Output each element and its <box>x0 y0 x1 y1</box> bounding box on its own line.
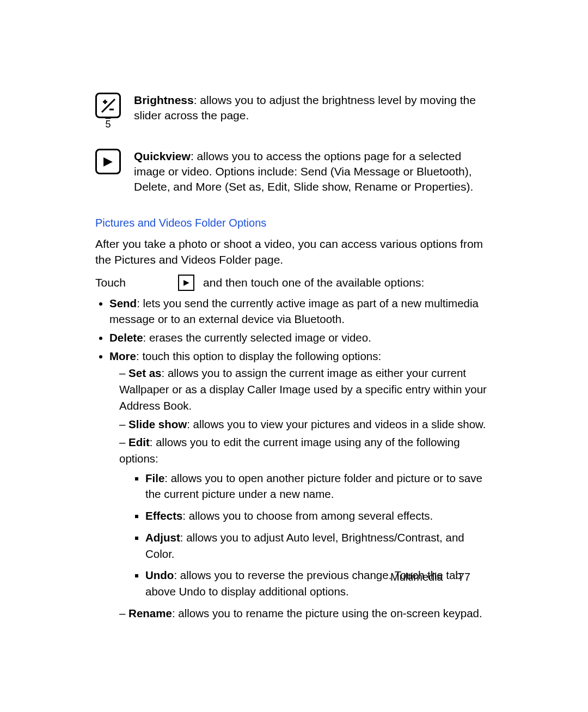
edit-term: Edit <box>128 436 150 448</box>
effects-text: : allows you to choose from among severa… <box>182 509 433 522</box>
send-text: : lets you send the currently active ima… <box>109 297 479 326</box>
option-send: Send: lets you send the currently active… <box>109 295 493 327</box>
option-delete: Delete: erases the currently selected im… <box>109 330 493 346</box>
footer-section: Multimedia <box>390 571 443 583</box>
quickview-icon: ▶ <box>95 149 121 174</box>
delete-text: : erases the currently selected image or… <box>143 331 371 344</box>
page-footer: Multimedia 77 <box>390 571 470 583</box>
setas-text: : allows you to assign the current image… <box>119 367 487 411</box>
touch-instruction: Touch ▶ and then touch one of the availa… <box>95 275 493 291</box>
effects-term: Effects <box>145 509 182 522</box>
setas-term: Set as <box>128 367 161 379</box>
brightness-subscript: 5 <box>105 119 111 130</box>
more-text: : touch this option to display the follo… <box>136 350 381 362</box>
send-term: Send <box>109 297 137 309</box>
quickview-description: Quickview: allows you to access the opti… <box>134 149 493 195</box>
quickview-row: ▶ Quickview: allows you to access the op… <box>95 149 493 195</box>
brightness-icon <box>95 93 121 118</box>
slideshow-term: Slide show <box>128 418 187 430</box>
adjust-term: Adjust <box>145 531 180 544</box>
option-slideshow: Slide show: allows you to view your pict… <box>119 416 493 433</box>
delete-term: Delete <box>109 331 143 344</box>
rename-text: : allows you to rename the picture using… <box>172 607 482 619</box>
adjust-text: : allows you to adjust Auto level, Brigh… <box>145 531 464 560</box>
undo-term: Undo <box>145 569 174 581</box>
section-intro: After you take a photo or shoot a video,… <box>95 236 493 268</box>
edit-text: : allows you to edit the current image u… <box>119 436 460 465</box>
option-effects: Effects: allows you to choose from among… <box>145 508 493 524</box>
quickview-icon-wrap: ▶ <box>95 149 121 174</box>
footer-page-number: 77 <box>458 571 470 583</box>
option-adjust: Adjust: allows you to adjust Auto level,… <box>145 530 493 562</box>
brightness-term: Brightness <box>134 94 194 106</box>
option-file: File: allows you to open another picture… <box>145 470 493 502</box>
play-icon: ▶ <box>178 275 194 291</box>
slideshow-text: : allows you to view your pictures and v… <box>187 418 486 430</box>
rename-term: Rename <box>128 607 172 619</box>
brightness-description: Brightness: allows you to adjust the bri… <box>134 93 493 124</box>
option-setas: Set as: allows you to assign the current… <box>119 365 493 413</box>
section-heading: Pictures and Videos Folder Options <box>95 217 493 229</box>
touch-after: and then touch one of the available opti… <box>203 275 424 290</box>
option-rename: Rename: allows you to rename the picture… <box>119 605 493 622</box>
file-term: File <box>145 472 164 484</box>
quickview-term: Quickview <box>134 150 191 162</box>
more-term: More <box>109 350 136 362</box>
document-page: 5 Brightness: allows you to adjust the b… <box>0 0 588 712</box>
touch-before: Touch <box>95 275 126 290</box>
file-text: : allows you to open another picture fol… <box>145 472 482 501</box>
brightness-row: 5 Brightness: allows you to adjust the b… <box>95 93 493 124</box>
brightness-icon-wrap: 5 <box>95 93 121 118</box>
brightness-level-label: 5 <box>95 119 121 130</box>
